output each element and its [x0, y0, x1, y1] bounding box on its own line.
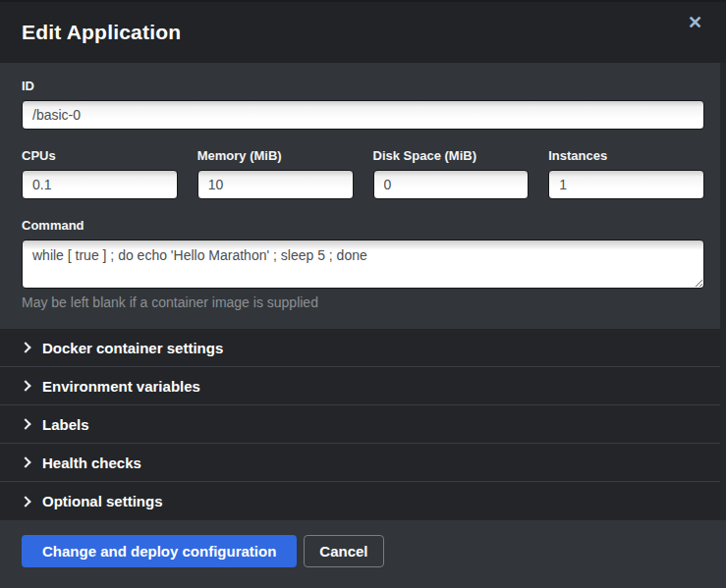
memory-field-group: Memory (MiB) [197, 148, 354, 199]
disk-label: Disk Space (MiB) [373, 148, 530, 163]
command-help-text: May be left blank if a container image i… [22, 294, 704, 310]
modal-header: Edit Application ✕ [0, 0, 726, 63]
section-label: Health checks [42, 454, 141, 471]
edit-application-modal: Edit Application ✕ ID CPUs Memory (MiB) … [0, 0, 726, 588]
modal-body: ID CPUs Memory (MiB) Disk Space (MiB) In… [0, 63, 726, 329]
body-scrollbar-track[interactable] [720, 63, 726, 520]
disk-field-group: Disk Space (MiB) [373, 148, 530, 199]
instances-field-group: Instances [548, 148, 704, 199]
chevron-right-icon [20, 456, 30, 467]
command-field-group: Command while [ true ] ; do echo 'Hello … [22, 218, 704, 310]
close-icon[interactable]: ✕ [684, 12, 706, 33]
section-labels[interactable]: Labels [0, 405, 726, 444]
id-label: ID [22, 79, 704, 93]
section-label: Docker container settings [42, 340, 223, 356]
chevron-right-icon [20, 496, 30, 507]
cpus-field-group: CPUs [22, 148, 178, 199]
section-label: Environment variables [42, 378, 200, 395]
command-textarea[interactable]: while [ true ] ; do echo 'Hello Marathon… [22, 240, 704, 289]
chevron-right-icon [20, 418, 30, 429]
chevron-right-icon [20, 342, 30, 352]
change-and-deploy-button[interactable]: Change and deploy configuration [22, 535, 297, 567]
id-input[interactable] [22, 100, 704, 130]
disk-input[interactable] [373, 170, 530, 199]
chevron-right-icon [20, 380, 30, 391]
memory-label: Memory (MiB) [197, 148, 354, 163]
accordion-sections: Docker container settings Environment va… [0, 329, 726, 520]
memory-input[interactable] [197, 170, 354, 199]
command-label: Command [22, 218, 704, 233]
cancel-button[interactable]: Cancel [304, 535, 383, 567]
cpus-input[interactable] [22, 170, 178, 199]
resources-row: CPUs Memory (MiB) Disk Space (MiB) Insta… [22, 148, 704, 199]
section-label: Optional settings [42, 493, 163, 509]
section-environment-variables[interactable]: Environment variables [0, 367, 726, 405]
modal-title: Edit Application [22, 21, 181, 44]
section-docker-container-settings[interactable]: Docker container settings [0, 329, 726, 367]
section-health-checks[interactable]: Health checks [0, 444, 726, 482]
modal-footer: Change and deploy configuration Cancel [0, 520, 726, 588]
section-optional-settings[interactable]: Optional settings [0, 482, 726, 520]
section-label: Labels [42, 416, 89, 433]
id-field-group: ID [22, 79, 704, 130]
instances-label: Instances [548, 148, 704, 163]
instances-input[interactable] [548, 170, 704, 199]
cpus-label: CPUs [22, 148, 178, 163]
